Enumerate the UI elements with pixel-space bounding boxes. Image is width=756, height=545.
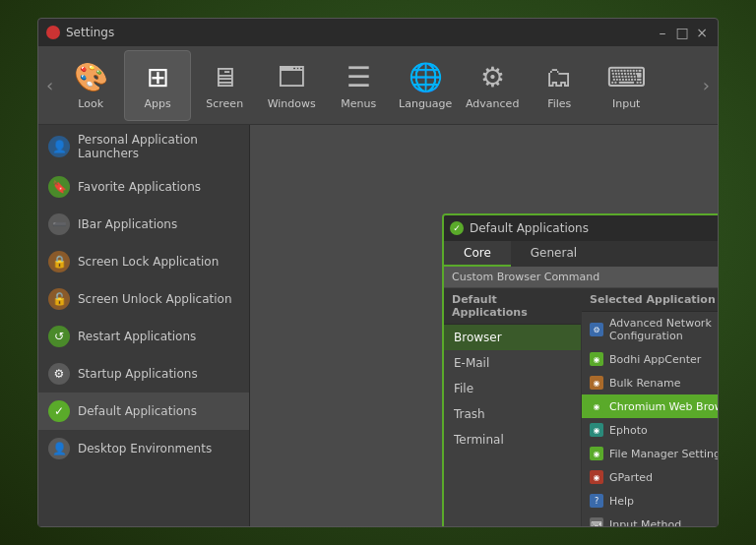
screen-unlock-icon: 🔓 [48, 288, 70, 310]
sidebar-item-startup-apps[interactable]: ⚙ Startup Applications [38, 355, 249, 393]
custom-browser-command-bar: Custom Browser Command [444, 267, 718, 288]
sidebar-item-default-apps[interactable]: ✓ Default Applications [38, 393, 249, 430]
screen-lock-icon: 🔒 [48, 251, 70, 272]
selected-app-column-header: Selected Application [582, 288, 718, 312]
toolbar: ‹ 🎨 Look ⊞ Apps 🖥 Screen 🗔 Windows ☰ Men… [38, 46, 718, 125]
toolbar-item-files[interactable]: 🗂 Files [526, 50, 593, 121]
default-app-email[interactable]: E-Mail [444, 350, 581, 376]
default-apps-column-header: Default Applications [444, 288, 581, 325]
menus-icon: ☰ [346, 61, 371, 93]
look-icon: 🎨 [74, 61, 108, 93]
app-chromium[interactable]: ◉ Chromium Web Browser [582, 394, 718, 418]
sidebar-item-favorite-apps[interactable]: 🔖 Favorite Applications [38, 168, 249, 206]
main-content: ✓ Default Applications – □ × Core [250, 125, 718, 526]
toolbar-prev[interactable]: ‹ [42, 75, 57, 95]
app-adv-network[interactable]: ⚙ Advanced Network Configuration [582, 312, 718, 347]
tab-general[interactable]: General [511, 241, 597, 267]
menus-label: Menus [341, 97, 376, 110]
input-icon: ⌨ [606, 61, 646, 93]
title-bar: Settings – □ × [38, 19, 718, 46]
file-mgr-settings-icon: ◉ [590, 447, 603, 460]
apps-icon: ⊞ [146, 61, 168, 93]
sidebar-item-desktop-envs[interactable]: 👤 Desktop Environments [38, 430, 249, 467]
close-button[interactable] [46, 26, 60, 39]
default-app-terminal[interactable]: Terminal [444, 427, 581, 453]
toolbar-item-advanced[interactable]: ⚙ Advanced [459, 50, 526, 121]
language-label: Language [399, 97, 452, 110]
advanced-label: Advanced [466, 97, 519, 110]
dialog-title-left: ✓ Default Applications [450, 221, 589, 235]
toolbar-item-screen[interactable]: 🖥 Screen [191, 50, 258, 121]
toolbar-next[interactable]: › [699, 75, 714, 95]
dialog-title: Default Applications [470, 221, 589, 235]
restart-apps-icon: ↺ [48, 326, 70, 347]
advanced-icon: ⚙ [480, 61, 505, 93]
toolbar-item-language[interactable]: 🌐 Language [392, 50, 459, 121]
toolbar-item-input[interactable]: ⌨ Input [593, 50, 660, 121]
screen-unlock-label: Screen Unlock Application [78, 292, 232, 306]
app-input-method[interactable]: ⌨ Input Method [582, 513, 718, 526]
chromium-icon: ◉ [590, 399, 603, 413]
favorite-apps-icon: 🔖 [48, 176, 70, 198]
favorite-apps-label: Favorite Applications [78, 180, 201, 194]
bodhi-appcenter-icon: ◉ [590, 352, 603, 366]
startup-apps-icon: ⚙ [48, 363, 70, 385]
files-icon: 🗂 [545, 61, 573, 93]
content-area: 👤 Personal Application Launchers 🔖 Favor… [38, 125, 718, 526]
restart-apps-label: Restart Applications [78, 330, 196, 343]
ibar-apps-icon: ➖ [48, 213, 70, 235]
maximize-button[interactable]: □ [674, 25, 690, 40]
gparted-icon: ◉ [590, 470, 603, 484]
bulk-rename-icon: ◉ [590, 376, 603, 390]
sidebar-item-screen-unlock[interactable]: 🔓 Screen Unlock Application [38, 280, 249, 318]
close-x-button[interactable]: × [694, 25, 710, 40]
dialog-body: Default Applications Browser E-Mail File… [444, 288, 718, 526]
windows-label: Windows [268, 97, 316, 110]
input-method-icon: ⌨ [590, 517, 603, 526]
help-icon: ? [590, 494, 603, 508]
dialog-check-icon: ✓ [450, 221, 464, 235]
adv-network-icon: ⚙ [590, 323, 603, 336]
default-apps-label: Default Applications [78, 404, 197, 418]
default-applications-dialog: ✓ Default Applications – □ × Core [442, 213, 718, 526]
app-bulk-rename[interactable]: ◉ Bulk Rename [582, 371, 718, 394]
personal-launchers-label: Personal Application Launchers [78, 133, 239, 160]
dialog-title-bar: ✓ Default Applications – □ × [444, 215, 718, 241]
desktop-envs-label: Desktop Environments [78, 442, 212, 455]
app-file-mgr-settings[interactable]: ◉ File Manager Settings [582, 442, 718, 465]
toolbar-item-apps[interactable]: ⊞ Apps [124, 50, 191, 121]
app-ephoto[interactable]: ◉ Ephoto [582, 418, 718, 442]
default-applications-column: Default Applications Browser E-Mail File… [444, 288, 582, 526]
settings-window: Settings – □ × ‹ 🎨 Look ⊞ Apps 🖥 Screen … [37, 18, 719, 527]
input-label: Input [612, 97, 640, 110]
title-bar-left: Settings [46, 26, 114, 39]
minimize-button[interactable]: – [655, 25, 670, 40]
default-app-browser[interactable]: Browser [444, 325, 581, 350]
toolbar-item-menus[interactable]: ☰ Menus [325, 50, 392, 121]
tab-core[interactable]: Core [444, 241, 511, 267]
sidebar-item-personal-launchers[interactable]: 👤 Personal Application Launchers [38, 125, 249, 168]
desktop-envs-icon: 👤 [48, 438, 70, 459]
personal-launchers-icon: 👤 [48, 136, 70, 157]
window-title: Settings [66, 26, 114, 39]
screen-icon: 🖥 [211, 61, 238, 93]
toolbar-item-windows[interactable]: 🗔 Windows [258, 50, 325, 121]
screen-lock-label: Screen Lock Application [78, 255, 219, 269]
toolbar-item-look[interactable]: 🎨 Look [57, 50, 124, 121]
language-icon: 🌐 [409, 61, 443, 93]
sidebar-item-restart-apps[interactable]: ↺ Restart Applications [38, 318, 249, 355]
app-bodhi-appcenter[interactable]: ◉ Bodhi AppCenter [582, 347, 718, 371]
app-help[interactable]: ? Help [582, 489, 718, 513]
default-apps-icon: ✓ [48, 400, 70, 422]
toolbar-items: 🎨 Look ⊞ Apps 🖥 Screen 🗔 Windows ☰ Menus… [57, 50, 699, 121]
sidebar-item-screen-lock[interactable]: 🔒 Screen Lock Application [38, 243, 249, 280]
app-gparted[interactable]: ◉ GParted [582, 465, 718, 489]
default-app-trash[interactable]: Trash [444, 401, 581, 427]
startup-apps-label: Startup Applications [78, 367, 198, 381]
dialog-tabs: Core General [444, 241, 718, 267]
selected-application-column: Selected Application ⚙ Advanced Network … [582, 288, 718, 526]
sidebar-item-ibar-apps[interactable]: ➖ IBar Applications [38, 206, 249, 243]
default-app-file[interactable]: File [444, 376, 581, 401]
sidebar: 👤 Personal Application Launchers 🔖 Favor… [38, 125, 250, 526]
ephoto-icon: ◉ [590, 423, 603, 437]
